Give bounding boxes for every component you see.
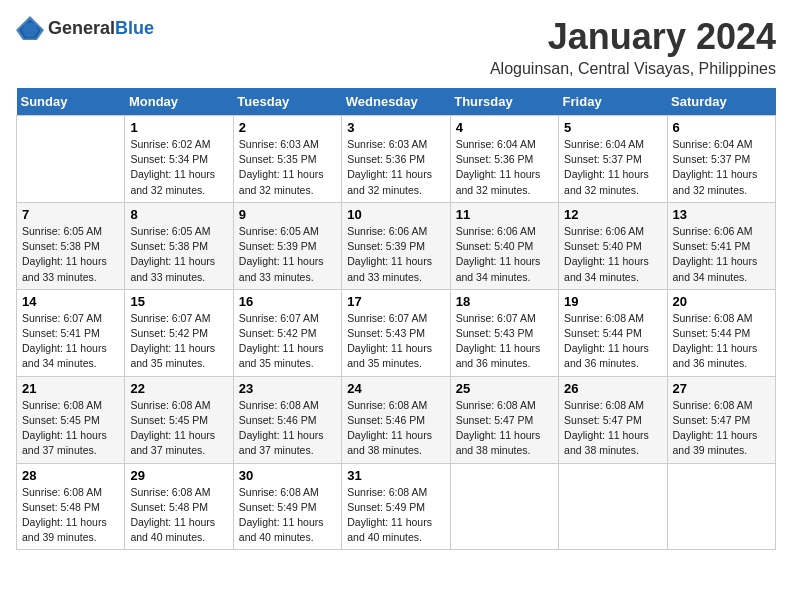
day-number: 20 xyxy=(673,294,770,309)
calendar-cell: 8Sunrise: 6:05 AM Sunset: 5:38 PM Daylig… xyxy=(125,202,233,289)
day-number: 6 xyxy=(673,120,770,135)
day-number: 4 xyxy=(456,120,553,135)
day-info: Sunrise: 6:02 AM Sunset: 5:34 PM Dayligh… xyxy=(130,137,227,198)
calendar-cell: 29Sunrise: 6:08 AM Sunset: 5:48 PM Dayli… xyxy=(125,463,233,550)
day-info: Sunrise: 6:07 AM Sunset: 5:43 PM Dayligh… xyxy=(456,311,553,372)
day-number: 16 xyxy=(239,294,336,309)
day-info: Sunrise: 6:08 AM Sunset: 5:48 PM Dayligh… xyxy=(130,485,227,546)
day-number: 29 xyxy=(130,468,227,483)
day-number: 3 xyxy=(347,120,444,135)
calendar-cell: 16Sunrise: 6:07 AM Sunset: 5:42 PM Dayli… xyxy=(233,289,341,376)
col-header-sunday: Sunday xyxy=(17,88,125,116)
day-info: Sunrise: 6:05 AM Sunset: 5:38 PM Dayligh… xyxy=(130,224,227,285)
calendar-cell: 15Sunrise: 6:07 AM Sunset: 5:42 PM Dayli… xyxy=(125,289,233,376)
day-number: 19 xyxy=(564,294,661,309)
calendar-cell: 14Sunrise: 6:07 AM Sunset: 5:41 PM Dayli… xyxy=(17,289,125,376)
day-number: 7 xyxy=(22,207,119,222)
day-info: Sunrise: 6:04 AM Sunset: 5:36 PM Dayligh… xyxy=(456,137,553,198)
day-info: Sunrise: 6:08 AM Sunset: 5:49 PM Dayligh… xyxy=(239,485,336,546)
day-number: 11 xyxy=(456,207,553,222)
day-info: Sunrise: 6:05 AM Sunset: 5:38 PM Dayligh… xyxy=(22,224,119,285)
calendar-cell: 30Sunrise: 6:08 AM Sunset: 5:49 PM Dayli… xyxy=(233,463,341,550)
calendar-cell: 1Sunrise: 6:02 AM Sunset: 5:34 PM Daylig… xyxy=(125,116,233,203)
calendar-cell: 11Sunrise: 6:06 AM Sunset: 5:40 PM Dayli… xyxy=(450,202,558,289)
day-number: 9 xyxy=(239,207,336,222)
calendar-cell: 31Sunrise: 6:08 AM Sunset: 5:49 PM Dayli… xyxy=(342,463,450,550)
day-info: Sunrise: 6:08 AM Sunset: 5:48 PM Dayligh… xyxy=(22,485,119,546)
calendar-cell: 24Sunrise: 6:08 AM Sunset: 5:46 PM Dayli… xyxy=(342,376,450,463)
day-number: 12 xyxy=(564,207,661,222)
calendar-cell: 13Sunrise: 6:06 AM Sunset: 5:41 PM Dayli… xyxy=(667,202,775,289)
logo-icon xyxy=(16,16,44,40)
calendar-cell xyxy=(17,116,125,203)
day-info: Sunrise: 6:07 AM Sunset: 5:41 PM Dayligh… xyxy=(22,311,119,372)
day-number: 26 xyxy=(564,381,661,396)
day-info: Sunrise: 6:06 AM Sunset: 5:40 PM Dayligh… xyxy=(456,224,553,285)
logo-blue-text: Blue xyxy=(115,18,154,38)
calendar-cell: 27Sunrise: 6:08 AM Sunset: 5:47 PM Dayli… xyxy=(667,376,775,463)
calendar-cell: 23Sunrise: 6:08 AM Sunset: 5:46 PM Dayli… xyxy=(233,376,341,463)
col-header-wednesday: Wednesday xyxy=(342,88,450,116)
day-info: Sunrise: 6:06 AM Sunset: 5:40 PM Dayligh… xyxy=(564,224,661,285)
month-year-title: January 2024 xyxy=(490,16,776,58)
calendar-week-row: 21Sunrise: 6:08 AM Sunset: 5:45 PM Dayli… xyxy=(17,376,776,463)
calendar-header-row: SundayMondayTuesdayWednesdayThursdayFrid… xyxy=(17,88,776,116)
day-number: 8 xyxy=(130,207,227,222)
day-info: Sunrise: 6:08 AM Sunset: 5:47 PM Dayligh… xyxy=(564,398,661,459)
calendar-cell: 26Sunrise: 6:08 AM Sunset: 5:47 PM Dayli… xyxy=(559,376,667,463)
calendar-cell: 19Sunrise: 6:08 AM Sunset: 5:44 PM Dayli… xyxy=(559,289,667,376)
day-info: Sunrise: 6:08 AM Sunset: 5:45 PM Dayligh… xyxy=(130,398,227,459)
day-info: Sunrise: 6:08 AM Sunset: 5:47 PM Dayligh… xyxy=(673,398,770,459)
day-number: 25 xyxy=(456,381,553,396)
day-number: 30 xyxy=(239,468,336,483)
day-number: 14 xyxy=(22,294,119,309)
day-info: Sunrise: 6:06 AM Sunset: 5:39 PM Dayligh… xyxy=(347,224,444,285)
day-info: Sunrise: 6:08 AM Sunset: 5:44 PM Dayligh… xyxy=(564,311,661,372)
calendar-cell: 2Sunrise: 6:03 AM Sunset: 5:35 PM Daylig… xyxy=(233,116,341,203)
col-header-monday: Monday xyxy=(125,88,233,116)
day-info: Sunrise: 6:07 AM Sunset: 5:42 PM Dayligh… xyxy=(130,311,227,372)
calendar-cell: 6Sunrise: 6:04 AM Sunset: 5:37 PM Daylig… xyxy=(667,116,775,203)
calendar-cell: 12Sunrise: 6:06 AM Sunset: 5:40 PM Dayli… xyxy=(559,202,667,289)
calendar-week-row: 1Sunrise: 6:02 AM Sunset: 5:34 PM Daylig… xyxy=(17,116,776,203)
day-info: Sunrise: 6:05 AM Sunset: 5:39 PM Dayligh… xyxy=(239,224,336,285)
day-info: Sunrise: 6:03 AM Sunset: 5:36 PM Dayligh… xyxy=(347,137,444,198)
day-number: 21 xyxy=(22,381,119,396)
day-number: 1 xyxy=(130,120,227,135)
page-header: GeneralBlue January 2024 Aloguinsan, Cen… xyxy=(16,16,776,78)
calendar-cell: 4Sunrise: 6:04 AM Sunset: 5:36 PM Daylig… xyxy=(450,116,558,203)
day-number: 28 xyxy=(22,468,119,483)
calendar-week-row: 28Sunrise: 6:08 AM Sunset: 5:48 PM Dayli… xyxy=(17,463,776,550)
col-header-tuesday: Tuesday xyxy=(233,88,341,116)
day-number: 5 xyxy=(564,120,661,135)
calendar-cell: 7Sunrise: 6:05 AM Sunset: 5:38 PM Daylig… xyxy=(17,202,125,289)
day-number: 27 xyxy=(673,381,770,396)
col-header-friday: Friday xyxy=(559,88,667,116)
logo: GeneralBlue xyxy=(16,16,154,40)
location-title: Aloguinsan, Central Visayas, Philippines xyxy=(490,60,776,78)
day-info: Sunrise: 6:07 AM Sunset: 5:43 PM Dayligh… xyxy=(347,311,444,372)
day-number: 17 xyxy=(347,294,444,309)
calendar-cell: 21Sunrise: 6:08 AM Sunset: 5:45 PM Dayli… xyxy=(17,376,125,463)
day-info: Sunrise: 6:08 AM Sunset: 5:44 PM Dayligh… xyxy=(673,311,770,372)
calendar-cell: 3Sunrise: 6:03 AM Sunset: 5:36 PM Daylig… xyxy=(342,116,450,203)
day-info: Sunrise: 6:08 AM Sunset: 5:47 PM Dayligh… xyxy=(456,398,553,459)
calendar-cell: 28Sunrise: 6:08 AM Sunset: 5:48 PM Dayli… xyxy=(17,463,125,550)
calendar-cell xyxy=(667,463,775,550)
day-number: 15 xyxy=(130,294,227,309)
day-number: 31 xyxy=(347,468,444,483)
day-info: Sunrise: 6:08 AM Sunset: 5:49 PM Dayligh… xyxy=(347,485,444,546)
day-number: 13 xyxy=(673,207,770,222)
day-info: Sunrise: 6:04 AM Sunset: 5:37 PM Dayligh… xyxy=(564,137,661,198)
col-header-saturday: Saturday xyxy=(667,88,775,116)
day-number: 23 xyxy=(239,381,336,396)
logo-general-text: General xyxy=(48,18,115,38)
calendar-cell: 9Sunrise: 6:05 AM Sunset: 5:39 PM Daylig… xyxy=(233,202,341,289)
day-info: Sunrise: 6:08 AM Sunset: 5:46 PM Dayligh… xyxy=(347,398,444,459)
day-info: Sunrise: 6:07 AM Sunset: 5:42 PM Dayligh… xyxy=(239,311,336,372)
calendar-cell xyxy=(450,463,558,550)
day-info: Sunrise: 6:06 AM Sunset: 5:41 PM Dayligh… xyxy=(673,224,770,285)
calendar-cell xyxy=(559,463,667,550)
day-info: Sunrise: 6:03 AM Sunset: 5:35 PM Dayligh… xyxy=(239,137,336,198)
calendar-cell: 20Sunrise: 6:08 AM Sunset: 5:44 PM Dayli… xyxy=(667,289,775,376)
